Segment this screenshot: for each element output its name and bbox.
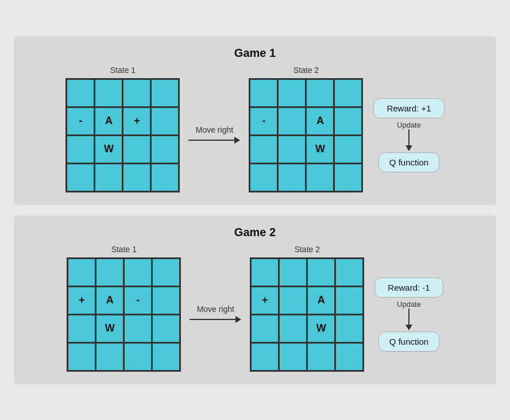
game2-state2-block: State 2 +AW [250, 245, 364, 372]
grid-cell [153, 315, 179, 342]
grid-cell [280, 315, 306, 342]
game1-reward-box: Reward: +1 [373, 98, 444, 118]
grid-cell [280, 259, 306, 286]
game1-state1-label: State 1 [110, 65, 136, 75]
game2-panel: Game 2 State 1 +A-W Move right State 2 +… [14, 215, 496, 384]
game1-title: Game 1 [28, 47, 482, 60]
game2-arrow-area: Move right [181, 293, 250, 323]
grid-cell [279, 80, 305, 106]
game1-move-label: Move right [196, 125, 233, 134]
grid-cell [67, 164, 94, 191]
game1-content: State 1 -A+W Move right State 2 -AW Rewa… [28, 65, 482, 192]
grid-cell: + [123, 108, 150, 134]
grid-cell [153, 259, 179, 286]
game1-down-shaft [408, 129, 409, 145]
game2-arrow-head [235, 316, 241, 323]
grid-cell [95, 164, 122, 191]
game2-arrow-shaft [190, 319, 235, 320]
grid-cell [280, 344, 306, 370]
grid-cell [123, 164, 150, 191]
grid-cell [68, 259, 95, 286]
grid-cell [335, 80, 361, 106]
game1-side-panel: Reward: +1 Update Q function [373, 86, 444, 172]
game1-arrow-shaft [188, 140, 234, 141]
grid-cell [336, 315, 362, 342]
game2-qfunc-box: Q function [378, 332, 439, 352]
grid-cell [152, 136, 178, 163]
grid-cell [68, 344, 95, 370]
grid-cell: - [250, 108, 277, 134]
grid-cell [125, 344, 151, 370]
grid-cell [336, 259, 362, 286]
grid-cell: W [308, 315, 334, 342]
game2-grid2: +AW [250, 257, 364, 372]
grid-cell: + [68, 287, 95, 314]
game1-state2-label: State 2 [293, 65, 319, 75]
grid-cell [96, 344, 123, 370]
grid-cell [250, 80, 277, 106]
grid-cell [307, 80, 333, 106]
grid-cell: W [307, 136, 333, 163]
game1-state2-block: State 2 -AW [249, 65, 363, 192]
grid-cell [125, 259, 151, 286]
grid-cell [153, 287, 179, 314]
grid-cell [252, 315, 278, 342]
game1-grid1: -A+W [65, 78, 180, 192]
game2-arrow [190, 316, 241, 323]
game2-update-area: Update [397, 298, 421, 330]
game1-update-label: Update [397, 121, 421, 129]
grid-cell [67, 80, 94, 106]
game1-down-head [405, 145, 412, 151]
grid-cell [152, 80, 178, 106]
game1-update-area: Update [397, 118, 421, 151]
grid-cell [67, 136, 94, 163]
grid-cell: A [308, 287, 334, 314]
grid-cell: A [96, 287, 123, 314]
grid-cell [250, 164, 277, 191]
game1-down-arrow [405, 129, 412, 151]
game2-down-arrow [405, 309, 412, 330]
grid-cell [280, 287, 306, 314]
game1-grid2: -AW [249, 78, 363, 192]
grid-cell [307, 164, 333, 191]
grid-cell [68, 315, 95, 342]
game2-content: State 1 +A-W Move right State 2 +AW Rewa… [28, 245, 482, 372]
game2-reward-box: Reward: -1 [374, 278, 443, 298]
game1-arrow-area: Move right [180, 114, 249, 144]
grid-cell [279, 136, 305, 163]
grid-cell: - [67, 108, 94, 134]
game1-arrow [188, 137, 240, 144]
game2-grid1: +A-W [67, 257, 181, 372]
grid-cell: + [252, 287, 278, 314]
game2-down-head [405, 325, 412, 330]
game2-state2-label: State 2 [295, 245, 320, 254]
grid-cell [95, 80, 122, 106]
grid-cell [252, 259, 278, 286]
game2-update-label: Update [397, 300, 421, 309]
game2-move-label: Move right [197, 305, 234, 314]
grid-cell [308, 259, 334, 286]
grid-cell [123, 80, 150, 106]
grid-cell [96, 259, 123, 286]
grid-cell [279, 108, 305, 134]
game1-qfunc-box: Q function [378, 152, 439, 172]
game2-side-panel: Reward: -1 Update Q function [374, 265, 443, 352]
grid-cell [279, 164, 305, 191]
grid-cell [336, 344, 362, 370]
grid-cell: A [307, 108, 333, 134]
game1-state1-block: State 1 -A+W [65, 65, 180, 192]
grid-cell: W [95, 136, 122, 163]
grid-cell [125, 315, 151, 342]
grid-cell [152, 164, 178, 191]
game2-state1-block: State 1 +A-W [67, 245, 181, 372]
grid-cell [336, 287, 362, 314]
grid-cell [250, 136, 277, 163]
game2-down-shaft [408, 309, 409, 325]
grid-cell: - [125, 287, 151, 314]
grid-cell [152, 108, 178, 134]
game1-arrow-head [234, 137, 240, 144]
grid-cell [153, 344, 179, 370]
grid-cell [335, 108, 361, 134]
game2-state1-label: State 1 [111, 245, 137, 254]
grid-cell [308, 344, 334, 370]
